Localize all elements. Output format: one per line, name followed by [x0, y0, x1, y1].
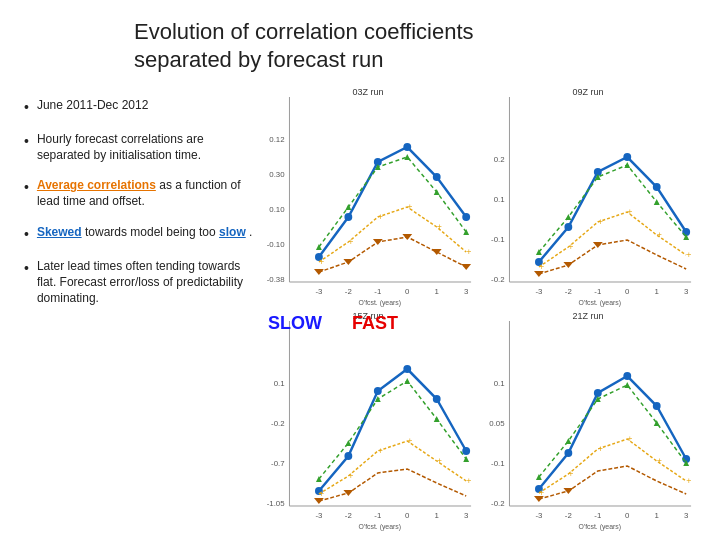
skewed-highlight: Skewed	[37, 225, 82, 239]
svg-point-87	[403, 365, 411, 373]
bullet-3: • Average correlations as a function of …	[24, 177, 254, 209]
bullet-dot-1: •	[24, 98, 29, 117]
bullet-text-4: Skewed towards model being too slow .	[37, 224, 254, 240]
svg-text:+: +	[407, 436, 412, 446]
chart-21z-svg: -0.2 -0.1 0.05 0.1 -3 -2 -1 0 1 3	[480, 311, 696, 531]
bullet-1: • June 2011-Dec 2012	[24, 97, 254, 117]
bullet-4: • Skewed towards model being too slow .	[24, 224, 254, 244]
right-panel: 03Z run -0.38 -0.10 0.10 0.30 0.12 -3 -2…	[254, 87, 696, 531]
svg-text:-1: -1	[374, 511, 382, 520]
svg-point-88	[433, 395, 441, 403]
bullet-4-end: .	[249, 225, 252, 239]
svg-text:-0.7: -0.7	[271, 459, 284, 468]
slow-label: SLOW	[268, 313, 322, 334]
svg-text:-3: -3	[315, 511, 323, 520]
svg-text:O'fcst. (years): O'fcst. (years)	[359, 523, 401, 531]
chart-09z-svg: -0.2 -0.1 0.1 0.2 -3 -2 -1 0 1 3	[480, 87, 696, 307]
bullet-text-2: Hourly forecast correlations are separat…	[37, 131, 254, 163]
svg-text:3: 3	[684, 287, 689, 296]
svg-text:+: +	[627, 207, 632, 217]
svg-text:-1: -1	[594, 287, 602, 296]
svg-text:0.12: 0.12	[269, 135, 284, 144]
svg-text:3: 3	[464, 287, 469, 296]
svg-text:0.30: 0.30	[269, 170, 285, 179]
svg-text:-3: -3	[315, 287, 323, 296]
svg-text:+: +	[348, 237, 353, 247]
svg-point-120	[623, 372, 631, 380]
bullet-4-mid: towards model being too	[85, 225, 219, 239]
svg-text:+: +	[686, 476, 691, 486]
svg-text:-0.2: -0.2	[491, 499, 504, 508]
svg-text:-0.10: -0.10	[267, 240, 285, 249]
svg-text:0.05: 0.05	[489, 419, 505, 428]
svg-text:+: +	[657, 230, 662, 240]
svg-text:1: 1	[435, 287, 440, 296]
svg-marker-93	[404, 378, 410, 384]
fast-label: FAST	[352, 313, 398, 334]
svg-text:0.1: 0.1	[274, 379, 285, 388]
svg-marker-31	[314, 269, 324, 275]
svg-text:+: +	[568, 469, 573, 479]
svg-text:+: +	[348, 471, 353, 481]
svg-marker-103	[343, 490, 353, 496]
svg-text:+: +	[539, 262, 544, 272]
svg-marker-23	[434, 189, 440, 195]
svg-text:-2: -2	[565, 511, 572, 520]
slow-fast-label: SLOW FAST	[268, 313, 398, 334]
svg-text:+: +	[568, 242, 573, 252]
svg-text:1: 1	[655, 287, 660, 296]
svg-marker-60	[654, 199, 660, 205]
svg-text:3: 3	[464, 511, 469, 520]
svg-marker-32	[343, 259, 353, 265]
content-area: • June 2011-Dec 2012 • Hourly forecast c…	[24, 87, 696, 531]
svg-text:0.1: 0.1	[494, 379, 505, 388]
svg-text:O'fcst. (years): O'fcst. (years)	[579, 523, 621, 531]
svg-text:0.10: 0.10	[269, 205, 285, 214]
bullet-text-5: Later lead times often tending towards f…	[37, 258, 254, 307]
svg-marker-102	[314, 498, 324, 504]
svg-text:-2: -2	[345, 511, 352, 520]
chart-09z: 09Z run -0.2 -0.1 0.1 0.2 -3 -2 -1 0 1 3	[480, 87, 696, 307]
svg-marker-69	[563, 262, 573, 268]
bullet-5: • Later lead times often tending towards…	[24, 258, 254, 307]
svg-marker-68	[534, 271, 544, 277]
svg-point-18	[462, 213, 470, 221]
svg-text:-3: -3	[535, 511, 543, 520]
chart-03z-label: 03Z run	[352, 87, 383, 97]
svg-point-51	[564, 223, 572, 231]
svg-text:+: +	[466, 247, 471, 257]
chart-15z: 15Z run SLOW FAST -1.05 -0.7 -0.2 0.1 -3…	[260, 311, 476, 531]
bullet-text-3: Average correlations as a function of le…	[37, 177, 254, 209]
svg-point-118	[564, 449, 572, 457]
svg-text:0: 0	[625, 287, 630, 296]
svg-point-16	[403, 143, 411, 151]
chart-15z-svg: -1.05 -0.7 -0.2 0.1 -3 -2 -1 0 1 3	[260, 311, 476, 531]
svg-text:+: +	[466, 476, 471, 486]
slide-title: Evolution of correlation coefficients se…	[24, 18, 696, 73]
svg-text:1: 1	[655, 511, 660, 520]
svg-text:-0.1: -0.1	[491, 459, 505, 468]
svg-text:+: +	[378, 446, 383, 456]
svg-marker-94	[434, 416, 440, 422]
svg-text:+: +	[378, 212, 383, 222]
svg-text:-3: -3	[535, 287, 543, 296]
svg-marker-136	[563, 488, 573, 494]
svg-text:0: 0	[405, 511, 410, 520]
svg-point-54	[653, 183, 661, 191]
svg-marker-59	[624, 162, 630, 168]
svg-text:+: +	[319, 489, 324, 499]
svg-text:-1: -1	[374, 287, 382, 296]
svg-text:+: +	[437, 222, 442, 232]
bullet-dot-3: •	[24, 178, 29, 197]
svg-text:+: +	[657, 456, 662, 466]
svg-marker-135	[534, 496, 544, 502]
svg-point-53	[623, 153, 631, 161]
svg-text:-1: -1	[594, 511, 602, 520]
svg-text:O'fcst. (years): O'fcst. (years)	[359, 299, 401, 307]
svg-text:+: +	[319, 257, 324, 267]
svg-point-121	[653, 402, 661, 410]
chart-03z: 03Z run -0.38 -0.10 0.10 0.30 0.12 -3 -2…	[260, 87, 476, 307]
svg-point-119	[594, 389, 602, 397]
title-line2: separated by forecast run	[134, 47, 383, 72]
svg-marker-126	[624, 382, 630, 388]
